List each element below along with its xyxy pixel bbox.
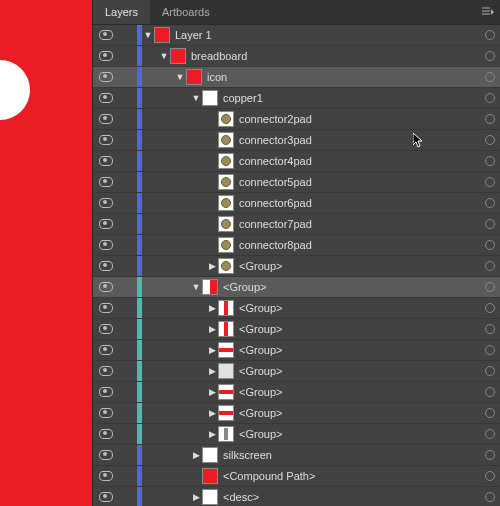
- selection-target[interactable]: [480, 345, 500, 355]
- visibility-toggle[interactable]: [93, 345, 119, 355]
- layer-row[interactable]: ▶<Group>: [93, 319, 500, 340]
- layer-name[interactable]: connector2pad: [239, 113, 480, 125]
- selection-target[interactable]: [480, 324, 500, 334]
- selection-target[interactable]: [480, 93, 500, 103]
- visibility-toggle[interactable]: [93, 198, 119, 208]
- visibility-toggle[interactable]: [93, 366, 119, 376]
- selection-target[interactable]: [480, 114, 500, 124]
- disclosure-arrow-icon[interactable]: ▼: [158, 51, 170, 61]
- visibility-toggle[interactable]: [93, 408, 119, 418]
- layer-name[interactable]: <Group>: [239, 323, 480, 335]
- disclosure-arrow-icon[interactable]: ▼: [174, 72, 186, 82]
- disclosure-arrow-icon[interactable]: ▶: [206, 261, 218, 271]
- layer-row[interactable]: ▶<Group>: [93, 403, 500, 424]
- disclosure-arrow-icon[interactable]: ▼: [190, 282, 202, 292]
- layer-row[interactable]: connector7pad: [93, 214, 500, 235]
- layer-name[interactable]: connector7pad: [239, 218, 480, 230]
- disclosure-arrow-icon[interactable]: ▶: [206, 345, 218, 355]
- disclosure-arrow-icon[interactable]: ▶: [206, 429, 218, 439]
- selection-target[interactable]: [480, 51, 500, 61]
- visibility-toggle[interactable]: [93, 303, 119, 313]
- visibility-toggle[interactable]: [93, 72, 119, 82]
- layer-row[interactable]: ▶<Group>: [93, 256, 500, 277]
- disclosure-arrow-icon[interactable]: ▶: [206, 408, 218, 418]
- layer-name[interactable]: <Group>: [239, 407, 480, 419]
- layer-row[interactable]: ▶<Group>: [93, 361, 500, 382]
- visibility-toggle[interactable]: [93, 324, 119, 334]
- layer-name[interactable]: <Group>: [239, 344, 480, 356]
- selection-target[interactable]: [480, 303, 500, 313]
- visibility-toggle[interactable]: [93, 429, 119, 439]
- visibility-toggle[interactable]: [93, 492, 119, 502]
- layer-name[interactable]: Layer 1: [175, 29, 480, 41]
- disclosure-arrow-icon[interactable]: ▼: [190, 93, 202, 103]
- layer-row[interactable]: ▶silkscreen: [93, 445, 500, 466]
- visibility-toggle[interactable]: [93, 471, 119, 481]
- selection-target[interactable]: [480, 177, 500, 187]
- disclosure-arrow-icon[interactable]: ▶: [206, 366, 218, 376]
- layer-row[interactable]: ▶<Group>: [93, 382, 500, 403]
- canvas-area[interactable]: [0, 0, 92, 506]
- layer-name[interactable]: <Compound Path>: [223, 470, 480, 482]
- layer-name[interactable]: <Group>: [223, 281, 480, 293]
- visibility-toggle[interactable]: [93, 135, 119, 145]
- layer-row[interactable]: connector6pad: [93, 193, 500, 214]
- selection-target[interactable]: [480, 450, 500, 460]
- layer-row[interactable]: ▼<Group>: [93, 277, 500, 298]
- layer-row[interactable]: connector8pad: [93, 235, 500, 256]
- visibility-toggle[interactable]: [93, 114, 119, 124]
- layer-row[interactable]: connector3pad: [93, 130, 500, 151]
- selection-target[interactable]: [480, 471, 500, 481]
- disclosure-arrow-icon[interactable]: ▼: [142, 30, 154, 40]
- visibility-toggle[interactable]: [93, 30, 119, 40]
- disclosure-arrow-icon[interactable]: ▶: [206, 324, 218, 334]
- disclosure-arrow-icon[interactable]: ▶: [190, 492, 202, 502]
- selection-target[interactable]: [480, 135, 500, 145]
- selection-target[interactable]: [480, 429, 500, 439]
- layer-row[interactable]: connector5pad: [93, 172, 500, 193]
- selection-target[interactable]: [480, 240, 500, 250]
- visibility-toggle[interactable]: [93, 282, 119, 292]
- selection-target[interactable]: [480, 156, 500, 166]
- layer-name[interactable]: connector4pad: [239, 155, 480, 167]
- layer-row[interactable]: connector4pad: [93, 151, 500, 172]
- selection-target[interactable]: [480, 492, 500, 502]
- layer-row[interactable]: connector2pad: [93, 109, 500, 130]
- panel-menu-icon[interactable]: [476, 0, 500, 24]
- layer-name[interactable]: silkscreen: [223, 449, 480, 461]
- layer-name[interactable]: <Group>: [239, 302, 480, 314]
- layer-row[interactable]: ▶<Group>: [93, 298, 500, 319]
- tab-layers[interactable]: Layers: [93, 0, 150, 24]
- selection-target[interactable]: [480, 261, 500, 271]
- layer-name[interactable]: connector6pad: [239, 197, 480, 209]
- disclosure-arrow-icon[interactable]: ▶: [190, 450, 202, 460]
- layer-name[interactable]: breadboard: [191, 50, 480, 62]
- layer-row[interactable]: ▶<desc>: [93, 487, 500, 506]
- layer-name[interactable]: <Group>: [239, 428, 480, 440]
- selection-target[interactable]: [480, 408, 500, 418]
- visibility-toggle[interactable]: [93, 93, 119, 103]
- selection-target[interactable]: [480, 219, 500, 229]
- visibility-toggle[interactable]: [93, 219, 119, 229]
- layer-name[interactable]: connector8pad: [239, 239, 480, 251]
- layer-row[interactable]: <Compound Path>: [93, 466, 500, 487]
- layer-row[interactable]: ▶<Group>: [93, 340, 500, 361]
- selection-target[interactable]: [480, 30, 500, 40]
- disclosure-arrow-icon[interactable]: ▶: [206, 387, 218, 397]
- visibility-toggle[interactable]: [93, 240, 119, 250]
- layer-name[interactable]: <Group>: [239, 365, 480, 377]
- disclosure-arrow-icon[interactable]: ▶: [206, 303, 218, 313]
- tab-artboards[interactable]: Artboards: [150, 0, 222, 24]
- layer-row[interactable]: ▼icon: [93, 67, 500, 88]
- visibility-toggle[interactable]: [93, 261, 119, 271]
- layer-row[interactable]: ▼breadboard: [93, 46, 500, 67]
- layer-row[interactable]: ▼copper1: [93, 88, 500, 109]
- visibility-toggle[interactable]: [93, 387, 119, 397]
- layer-row[interactable]: ▶<Group>: [93, 424, 500, 445]
- layer-row[interactable]: ▼Layer 1: [93, 25, 500, 46]
- selection-target[interactable]: [480, 198, 500, 208]
- layer-name[interactable]: <Group>: [239, 260, 480, 272]
- layer-name[interactable]: connector5pad: [239, 176, 480, 188]
- layer-name[interactable]: icon: [207, 71, 480, 83]
- visibility-toggle[interactable]: [93, 51, 119, 61]
